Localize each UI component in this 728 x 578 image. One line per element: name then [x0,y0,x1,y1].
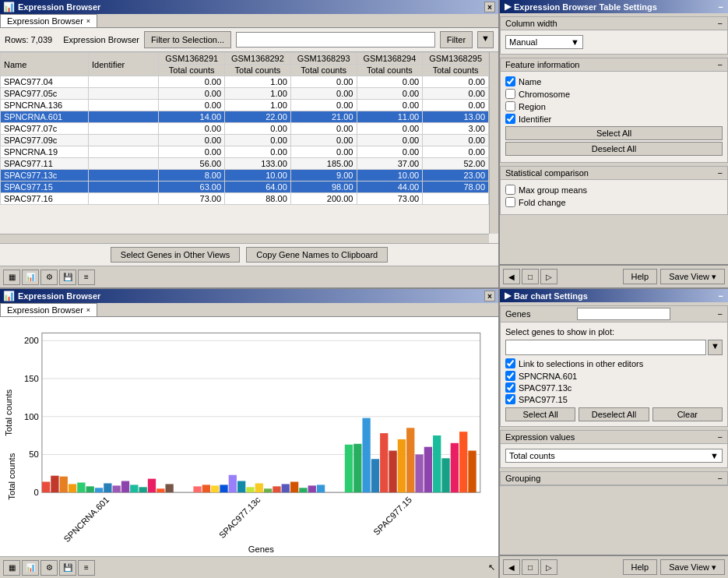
svg-text:SPAC977.15: SPAC977.15 [371,495,413,537]
gene-filter-icon[interactable]: ▼ [708,340,723,355]
bottom-tab[interactable]: Expression Browser × [0,303,97,316]
bottom-close-btn[interactable]: × [484,291,495,301]
svg-rect-25 [157,488,164,492]
table-row[interactable]: SPAC977.1563.0064.0098.0044.0078.00 [1,182,489,193]
bar-settings-scroll[interactable]: Genes − Select genes to show in plot: ▼ … [500,305,728,555]
feature-chr-label: Chromosome [519,90,570,99]
gene-search-field[interactable] [505,340,706,355]
bottom-right-help-btn[interactable]: Help [623,559,658,575]
top-window-title: Expression Browser [18,2,100,12]
feature-deselect-all-btn[interactable]: Deselect All [505,142,723,156]
cell-value: 0.00 [225,123,291,135]
expr-values-minus[interactable]: − [718,432,723,442]
gene-2-checkbox[interactable] [505,382,515,393]
table-scroll[interactable]: Name Identifier GSM1368291 GSM1368292 GS… [0,52,498,243]
right-top-restore[interactable]: ▷ [540,269,557,284]
filter-dropdown-icon[interactable]: ▼ [477,31,494,48]
grouping-label: Grouping [505,474,540,483]
cell-id [88,135,158,146]
column-width-minus[interactable]: − [718,19,723,28]
settings-icon[interactable]: ⚙ [40,270,58,285]
settings-title-label: Expression Browser Table Settings [514,2,657,12]
top-close-btn[interactable]: × [484,2,495,12]
genes-minus[interactable]: − [718,309,723,319]
right-top-collapse-left[interactable]: ◀ [503,269,520,284]
fold-change-checkbox[interactable] [505,197,515,207]
table-row[interactable]: SPAC977.05c0.001.000.000.000.00 [1,88,489,100]
right-top-expand[interactable]: □ [522,269,539,284]
cell-value: 1.00 [225,88,291,100]
gene-clear-btn[interactable]: Clear [652,407,723,421]
col-header-gsm4: GSM1368294 [357,53,423,65]
bottom-window-title: Expression Browser [18,291,100,301]
feature-name-label: Name [519,77,541,86]
gene-3-checkbox[interactable] [505,394,515,404]
top-right-help-btn[interactable]: Help [623,269,658,284]
feature-info-content: Name Chromosome Region Identifier Sele [501,72,727,162]
cell-value: 73.00 [159,193,225,205]
bottom-right-save-btn[interactable]: Save View ▾ [660,559,725,575]
chart-icon[interactable]: 📊 [22,270,39,285]
table-row[interactable]: SPAC977.040.001.000.000.000.00 [1,76,489,88]
top-tab-close[interactable]: × [86,17,90,25]
feature-name-checkbox[interactable] [505,76,515,86]
table-row[interactable]: SPNCRNA.60114.0022.0021.0011.0013.00 [1,111,489,123]
copy-names-btn[interactable]: Copy Gene Names to Clipboard [246,247,388,263]
right-bottom-expand[interactable]: □ [522,559,539,575]
feature-region-checkbox[interactable] [505,101,515,111]
column-width-dropdown[interactable]: Manual ▼ [505,35,583,49]
bottom-export-icon[interactable]: 💾 [59,560,76,576]
stat-comparison-minus[interactable]: − [718,168,723,178]
more-icon[interactable]: ≡ [78,270,95,285]
gene-select-all-btn[interactable]: Select All [505,407,575,421]
bottom-btn-bar: Select Genes in Other Views Copy Gene Na… [0,243,498,266]
genes-search-input[interactable] [577,308,670,320]
table-icon[interactable]: ▦ [3,270,20,285]
bottom-tab-bar: Expression Browser × [0,303,498,317]
settings-minus-icon[interactable]: − [719,2,723,12]
table-row[interactable]: SPAC977.1673.0088.00200.0073.00 [1,193,489,205]
expr-values-value: Total counts [509,451,555,460]
subheader-5: Total counts [423,65,489,76]
rows-label: Rows: 7,039 [5,35,52,44]
feature-info-minus[interactable]: − [718,60,723,69]
export-icon[interactable]: 💾 [59,270,76,285]
filter-input[interactable] [236,32,435,48]
feature-id-checkbox[interactable] [505,114,515,124]
top-right-save-btn[interactable]: Save View ▾ [660,269,725,284]
feature-chr-checkbox[interactable] [505,89,515,99]
gene-deselect-all-btn[interactable]: Deselect All [579,407,649,421]
bottom-settings-icon[interactable]: ⚙ [40,560,58,576]
select-genes-btn[interactable]: Select Genes in Other Views [111,247,240,263]
expr-values-dropdown[interactable]: Total counts ▼ [505,449,723,463]
bottom-table-icon[interactable]: ▦ [3,560,20,576]
right-bottom-restore[interactable]: ▷ [540,559,557,575]
table-row[interactable]: SPAC977.1156.00133.00185.0037.0052.00 [1,158,489,170]
table-row[interactable]: SPNCRNA.1360.001.000.000.000.00 [1,100,489,111]
gene-1-checkbox[interactable] [505,371,515,381]
bottom-chart-icon[interactable]: 📊 [22,560,39,576]
feature-select-all-btn[interactable]: Select All [505,126,723,140]
link-selections-checkbox[interactable] [505,358,515,368]
filter-to-selection-btn[interactable]: Filter to Selection... [144,31,231,48]
table-row[interactable]: SPAC977.09c0.000.000.000.000.00 [1,135,489,146]
bar-settings-minus-icon[interactable]: − [719,291,723,301]
table-row[interactable]: SPAC977.13c8.0010.009.0010.0023.00 [1,170,489,182]
settings-collapse-icon[interactable]: ▶ [505,2,511,12]
bottom-more-icon[interactable]: ≡ [78,560,95,576]
top-tab[interactable]: Expression Browser × [0,14,97,27]
grouping-minus[interactable]: − [718,474,723,483]
max-group-checkbox[interactable] [505,185,515,195]
expr-values-label: Expression values [505,432,575,442]
table-row[interactable]: SPAC977.07c0.000.000.000.003.00 [1,123,489,135]
vertical-scrollbar[interactable] [489,52,498,234]
bar-settings-collapse-icon[interactable]: ▶ [505,291,511,301]
table-row[interactable]: SPNCRNA.190.000.000.000.000.00 [1,146,489,158]
cell-name: SPAC977.15 [1,182,89,193]
bottom-tab-close[interactable]: × [86,306,90,314]
horizontal-scrollbar[interactable] [0,234,489,243]
settings-scroll[interactable]: Column width − Manual ▼ Feature informat… [500,16,728,264]
right-bottom-collapse-left[interactable]: ◀ [503,559,520,575]
filter-btn[interactable]: Filter [440,31,473,48]
svg-text:Genes: Genes [248,545,275,554]
